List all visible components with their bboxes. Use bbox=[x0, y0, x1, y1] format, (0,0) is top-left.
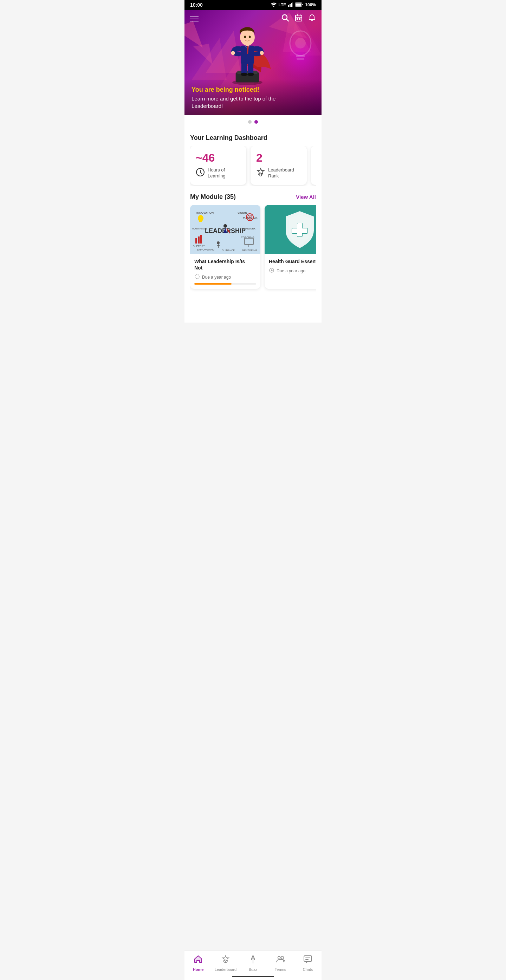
progress-bar-container bbox=[194, 283, 256, 285]
module-due-health: Due a year ago bbox=[269, 267, 316, 274]
view-all-button[interactable]: View All bbox=[296, 194, 316, 200]
leaderboard-icon bbox=[256, 167, 265, 179]
svg-rect-24 bbox=[299, 19, 300, 20]
module-name-leadership: What Leadership Is/IsNot bbox=[194, 258, 256, 271]
svg-text:SUPPORT: SUPPORT bbox=[193, 245, 205, 247]
due-text-leadership: Due a year ago bbox=[202, 275, 231, 280]
module-name-health: Health Guard Essentials bbox=[269, 258, 316, 264]
play-circle-icon bbox=[269, 267, 274, 274]
svg-point-73 bbox=[217, 242, 220, 244]
svg-point-39 bbox=[244, 36, 246, 38]
svg-rect-23 bbox=[297, 19, 298, 20]
dot-1[interactable] bbox=[248, 120, 251, 124]
rank-bottom: LeaderboardRank bbox=[256, 167, 301, 179]
svg-rect-1 bbox=[288, 5, 289, 7]
svg-point-35 bbox=[231, 51, 235, 55]
svg-point-44 bbox=[260, 174, 262, 176]
menu-button[interactable] bbox=[190, 16, 199, 21]
hero-text-area: You are being noticed! Learn more and ge… bbox=[185, 79, 321, 115]
svg-point-33 bbox=[241, 73, 247, 76]
hours-label: Hours ofLearning bbox=[208, 167, 226, 179]
svg-rect-65 bbox=[200, 235, 202, 243]
dashboard-cards: ~46 Hours ofLearning 2 bbox=[190, 146, 316, 186]
due-text-health: Due a year ago bbox=[277, 269, 306, 274]
svg-rect-31 bbox=[242, 62, 247, 74]
hours-card: ~46 Hours ofLearning bbox=[190, 146, 246, 185]
svg-point-16 bbox=[295, 38, 306, 48]
svg-point-0 bbox=[273, 6, 274, 7]
svg-line-18 bbox=[287, 19, 289, 21]
search-icon[interactable] bbox=[282, 14, 289, 24]
svg-point-40 bbox=[249, 36, 251, 38]
svg-point-76 bbox=[223, 224, 227, 228]
lte-label: LTE bbox=[278, 2, 286, 7]
svg-marker-83 bbox=[271, 269, 273, 271]
svg-point-55 bbox=[198, 215, 204, 221]
svg-text:VISION: VISION bbox=[237, 211, 247, 214]
hero-header bbox=[185, 10, 321, 28]
dashboard-title: Your Learning Dashboard bbox=[190, 129, 316, 146]
svg-point-36 bbox=[260, 51, 264, 55]
svg-rect-6 bbox=[296, 3, 301, 6]
module-title: My Module (35) bbox=[190, 193, 236, 200]
svg-point-77 bbox=[195, 274, 199, 278]
svg-rect-7 bbox=[302, 4, 303, 5]
svg-rect-81 bbox=[292, 228, 307, 233]
svg-rect-32 bbox=[248, 62, 253, 74]
header-actions bbox=[282, 14, 316, 24]
svg-rect-19 bbox=[296, 15, 302, 21]
svg-text:GUIDANCE: GUIDANCE bbox=[222, 249, 235, 251]
courses-card: 24 CourEnro... bbox=[311, 146, 316, 185]
svg-text:TEAMWORK: TEAMWORK bbox=[241, 228, 256, 230]
signal-icon bbox=[288, 2, 293, 8]
svg-text:MENTORING: MENTORING bbox=[242, 249, 257, 251]
svg-rect-14 bbox=[296, 55, 305, 57]
progress-bar bbox=[194, 283, 232, 285]
module-cards: INNOVATION VISION PLANNING LEADERSHIP bbox=[190, 205, 316, 294]
clock-icon bbox=[196, 168, 205, 179]
wifi-icon bbox=[271, 2, 277, 8]
battery-icon bbox=[295, 2, 303, 8]
dot-2[interactable] bbox=[255, 120, 258, 124]
main-content: Your Learning Dashboard ~46 Hours ofLear… bbox=[185, 129, 321, 323]
svg-rect-64 bbox=[198, 237, 200, 243]
svg-text:INNOVATION: INNOVATION bbox=[196, 211, 214, 214]
svg-rect-15 bbox=[297, 58, 304, 60]
hero-headline: You are being noticed! bbox=[191, 86, 315, 94]
svg-rect-28 bbox=[237, 71, 257, 74]
rank-label: LeaderboardRank bbox=[268, 167, 294, 179]
carousel-dots bbox=[185, 115, 321, 129]
svg-rect-3 bbox=[291, 3, 292, 7]
battery-pct: 100% bbox=[305, 2, 316, 7]
time-display: 10:00 bbox=[190, 2, 203, 8]
status-bar: 10:00 LTE 100% bbox=[185, 0, 321, 10]
hero-banner: You are being noticed! Learn more and ge… bbox=[185, 10, 321, 115]
svg-text:EMPOWERING: EMPOWERING bbox=[197, 248, 214, 251]
module-card-leadership[interactable]: INNOVATION VISION PLANNING LEADERSHIP bbox=[190, 205, 260, 289]
svg-rect-63 bbox=[196, 238, 197, 243]
rank-value: 2 bbox=[256, 151, 301, 164]
calendar-icon[interactable] bbox=[295, 14, 302, 24]
module-card-health[interactable]: Health Guard Essentials Due a year ago bbox=[264, 205, 316, 289]
module-due-leadership: Due a year ago bbox=[194, 274, 256, 280]
svg-rect-2 bbox=[290, 4, 291, 7]
svg-rect-56 bbox=[199, 221, 202, 222]
module-info-leadership: What Leadership Is/IsNot Due a year ago bbox=[190, 254, 260, 289]
hours-bottom: Hours ofLearning bbox=[196, 167, 241, 179]
module-info-health: Health Guard Essentials Due a year ago bbox=[264, 254, 316, 278]
status-icons: LTE 100% bbox=[271, 2, 316, 8]
notification-icon[interactable] bbox=[308, 14, 316, 24]
hours-value: ~46 bbox=[196, 151, 241, 164]
progress-circle-icon bbox=[194, 274, 200, 280]
svg-rect-4 bbox=[292, 2, 293, 7]
module-thumbnail-health bbox=[264, 205, 316, 254]
svg-point-34 bbox=[247, 73, 254, 76]
hero-subtext: Learn more and get to the top of theLead… bbox=[191, 95, 315, 110]
rank-card: 2 LeaderboardRank bbox=[251, 146, 307, 185]
module-header: My Module (35) View All bbox=[190, 186, 316, 205]
module-thumbnail-leadership: INNOVATION VISION PLANNING LEADERSHIP bbox=[190, 205, 260, 254]
svg-text:MOTIVATION: MOTIVATION bbox=[192, 228, 207, 230]
svg-point-59 bbox=[249, 216, 251, 218]
